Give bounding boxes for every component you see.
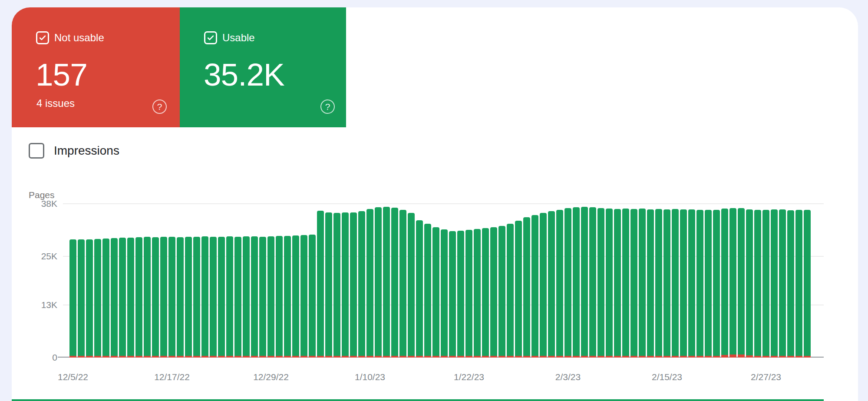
chart-bar[interactable] xyxy=(391,208,398,358)
chart-bar[interactable] xyxy=(696,210,703,358)
chart-bar[interactable] xyxy=(581,207,588,358)
chart-bar[interactable] xyxy=(647,209,654,358)
chart-bar[interactable] xyxy=(119,238,126,358)
chart-bar[interactable] xyxy=(672,209,679,358)
chart-bar[interactable] xyxy=(135,237,142,358)
chart-bar[interactable] xyxy=(630,209,637,358)
chart-bar[interactable] xyxy=(606,209,613,358)
chart-bar[interactable] xyxy=(779,209,786,358)
chart-bar[interactable] xyxy=(127,238,134,358)
chart-bar[interactable] xyxy=(465,230,472,358)
chart-bar[interactable] xyxy=(597,208,604,358)
chart-bar[interactable] xyxy=(102,239,109,358)
chart-bar[interactable] xyxy=(804,210,811,358)
bar-usable-segment xyxy=(614,209,621,358)
chart-bar[interactable] xyxy=(556,210,563,358)
chart-bar[interactable] xyxy=(333,213,340,358)
chart-bar[interactable] xyxy=(787,210,794,358)
chart-bar[interactable] xyxy=(482,228,489,358)
chart-bar[interactable] xyxy=(317,211,324,358)
chart-bar[interactable] xyxy=(152,237,159,358)
chart-bar[interactable] xyxy=(589,207,596,358)
chart-bar[interactable] xyxy=(342,212,349,358)
chart-bar[interactable] xyxy=(564,208,571,358)
help-icon[interactable]: ? xyxy=(152,99,167,114)
chart-bar[interactable] xyxy=(705,210,712,358)
chart-bar[interactable] xyxy=(350,212,357,358)
chart-bar[interactable] xyxy=(399,210,406,358)
chart-bar[interactable] xyxy=(721,209,728,358)
chart-bar[interactable] xyxy=(193,237,200,358)
chart-bar[interactable] xyxy=(226,236,233,358)
chart-bar[interactable] xyxy=(416,220,423,358)
chart-bar[interactable] xyxy=(639,209,646,358)
chart-bar[interactable] xyxy=(69,239,76,358)
chart-bar[interactable] xyxy=(424,224,431,358)
chart-bar[interactable] xyxy=(490,227,497,358)
chart-bar[interactable] xyxy=(210,237,217,358)
chart-bar[interactable] xyxy=(160,237,167,358)
chart-bar[interactable] xyxy=(523,217,530,358)
chart-bar[interactable] xyxy=(218,237,225,358)
bar-usable-segment xyxy=(210,237,217,358)
chart-bar[interactable] xyxy=(243,236,250,358)
chart-bar[interactable] xyxy=(622,209,629,358)
chart-bar[interactable] xyxy=(292,235,299,358)
chart-bar[interactable] xyxy=(276,236,283,358)
chart-bar[interactable] xyxy=(573,207,580,358)
chart-bar[interactable] xyxy=(267,236,274,358)
chart-bar[interactable] xyxy=(441,229,448,358)
chart-bar[interactable] xyxy=(762,210,769,358)
chart-bar[interactable] xyxy=(729,208,736,358)
chart-bar[interactable] xyxy=(531,215,538,358)
chart-bar[interactable] xyxy=(688,209,695,358)
chart-bar[interactable] xyxy=(111,238,118,358)
chart-bar[interactable] xyxy=(375,207,382,358)
chart-bar[interactable] xyxy=(144,237,151,358)
chart-bar[interactable] xyxy=(300,235,307,358)
chart-bar[interactable] xyxy=(449,231,456,358)
chart-bar[interactable] xyxy=(746,209,753,358)
chart-bar[interactable] xyxy=(713,210,720,358)
chart-bar[interactable] xyxy=(366,209,373,358)
chart-bar[interactable] xyxy=(259,237,266,358)
chart-bar[interactable] xyxy=(614,209,621,358)
chart-bar[interactable] xyxy=(358,211,365,358)
chart-bar[interactable] xyxy=(754,210,761,358)
chart-bar[interactable] xyxy=(78,239,85,358)
chart-bar[interactable] xyxy=(457,231,464,358)
chart-bar[interactable] xyxy=(325,212,332,358)
chart-bar[interactable] xyxy=(738,208,745,358)
chart-bar[interactable] xyxy=(655,209,662,358)
chart-bar[interactable] xyxy=(771,209,778,358)
chart-bar[interactable] xyxy=(540,213,547,358)
chart-bar[interactable] xyxy=(795,210,802,358)
chart-bar[interactable] xyxy=(663,209,670,358)
chart-bar[interactable] xyxy=(234,237,241,358)
not-usable-card[interactable]: Not usable 157 4 issues ? xyxy=(12,7,180,127)
chart-bar[interactable] xyxy=(680,209,687,358)
impressions-checkbox[interactable] xyxy=(29,143,44,159)
chart-bar[interactable] xyxy=(201,236,208,358)
chart-bar[interactable] xyxy=(408,213,415,358)
chart-bar[interactable] xyxy=(383,207,390,358)
bar-usable-segment xyxy=(292,235,299,358)
chart-bar[interactable] xyxy=(284,236,291,358)
help-icon[interactable]: ? xyxy=(320,99,335,114)
chart-bar[interactable] xyxy=(474,229,481,358)
chart-bar[interactable] xyxy=(185,237,192,358)
chart-bar[interactable] xyxy=(86,239,93,358)
bar-usable-segment xyxy=(540,213,547,358)
chart-bar[interactable] xyxy=(548,211,555,358)
chart-bar[interactable] xyxy=(168,237,175,358)
impressions-label: Impressions xyxy=(54,144,119,157)
chart-bar[interactable] xyxy=(94,239,101,358)
chart-bar[interactable] xyxy=(507,224,514,358)
chart-bar[interactable] xyxy=(515,221,522,358)
chart-bar[interactable] xyxy=(432,227,439,358)
chart-bar[interactable] xyxy=(498,226,505,358)
chart-bar[interactable] xyxy=(309,235,316,358)
chart-bar[interactable] xyxy=(177,237,184,358)
chart-bar[interactable] xyxy=(251,236,258,358)
usable-card[interactable]: Usable 35.2K ? xyxy=(180,7,346,127)
